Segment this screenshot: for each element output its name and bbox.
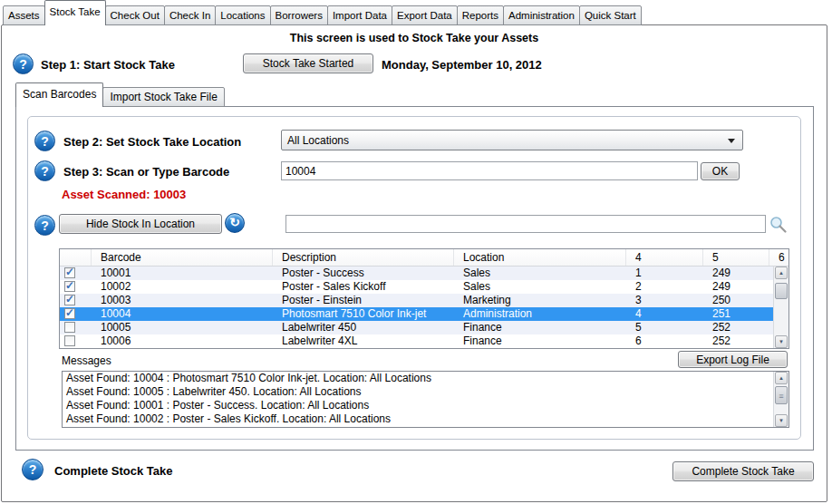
search-icon[interactable]: [769, 215, 788, 235]
cell-location: Marketing: [454, 294, 626, 307]
cell-description: Photosmart 7510 Color Ink-jet: [273, 307, 454, 321]
cell-col4: 3: [626, 294, 703, 307]
cell-location: Administration: [454, 307, 626, 321]
table-row[interactable]: 10002 Poster - Sales Kickoff Sales 2 249: [60, 280, 788, 294]
help-icon-complete[interactable]: ?: [22, 459, 44, 480]
tab-check-out[interactable]: Check Out: [105, 5, 165, 25]
scroll-up-icon[interactable]: ▲: [775, 267, 788, 279]
header-description[interactable]: Description: [273, 249, 454, 266]
tab-check-in[interactable]: Check In: [164, 5, 216, 25]
row-checkbox[interactable]: [64, 308, 75, 319]
tab-administration[interactable]: Administration: [503, 5, 580, 25]
cell-col5: 251: [703, 307, 769, 321]
header-col4[interactable]: 4: [626, 249, 703, 266]
step1-label: Step 1: Start Stock Take: [41, 58, 175, 72]
cell-col4: 2: [626, 280, 703, 294]
tab-import-stock-take-file[interactable]: Import Stock Take File: [102, 87, 225, 107]
table-row[interactable]: 10001 Poster - Success Sales 1 249: [60, 267, 788, 280]
help-icon-step2[interactable]: ?: [34, 131, 55, 151]
cell-col5: 252: [703, 334, 769, 348]
chevron-down-icon: [728, 139, 735, 143]
cell-location: Sales: [454, 280, 626, 294]
cell-barcode: 10002: [92, 280, 273, 294]
row-checkbox[interactable]: [64, 267, 75, 278]
cell-description: Poster - Einstein: [273, 294, 454, 307]
stock-take-date: Monday, September 10, 2012: [382, 58, 542, 72]
help-icon-step1[interactable]: ?: [13, 53, 34, 74]
sub-tab-bar: Scan Barcodes Import Stock Take File: [15, 82, 225, 107]
location-dropdown[interactable]: All Locations: [281, 130, 743, 150]
tab-import-data[interactable]: Import Data: [327, 5, 392, 25]
cell-col5: 250: [703, 294, 769, 307]
tab-export-data[interactable]: Export Data: [392, 5, 458, 25]
cell-description: Labelwriter 450: [273, 321, 454, 334]
tab-reports[interactable]: Reports: [457, 5, 504, 25]
stock-take-page: This screen is used to Stock Take your A…: [1, 24, 827, 502]
step2-label: Step 2: Set Stock Take Location: [63, 135, 241, 149]
cell-barcode: 10006: [92, 334, 273, 348]
refresh-icon[interactable]: ↻: [225, 213, 245, 233]
search-input[interactable]: [285, 215, 766, 233]
cell-col4: 6: [626, 334, 703, 348]
help-icon-step3[interactable]: ?: [34, 160, 55, 181]
row-checkbox[interactable]: [64, 335, 75, 346]
cell-col4: 5: [626, 321, 703, 334]
ok-button[interactable]: OK: [701, 162, 740, 180]
messages-scrollbar[interactable]: ▲ ≡ ▼: [773, 372, 788, 427]
cell-col5: 252: [703, 321, 769, 334]
complete-stock-take-label: Complete Stock Take: [54, 464, 173, 478]
help-icon-stock-list[interactable]: ?: [34, 215, 55, 236]
row-checkbox[interactable]: [64, 322, 75, 333]
scan-barcodes-page: ? Step 2: Set Stock Take Location All Lo…: [15, 106, 814, 451]
tab-stock-take[interactable]: Stock Take: [44, 0, 106, 25]
table-row[interactable]: 10006 Labelwriter 4XL Finance 6 252: [60, 334, 788, 348]
cell-col4: 4: [626, 307, 703, 321]
messages-listbox[interactable]: Asset Found: 10004 : Photosmart 7510 Col…: [62, 371, 789, 428]
scrollbar-thumb[interactable]: ≡: [775, 386, 788, 404]
scrollbar-thumb[interactable]: [775, 283, 788, 299]
asset-scanned-status: Asset Scanned: 10003: [62, 188, 186, 201]
tab-locations[interactable]: Locations: [215, 5, 270, 25]
cell-location: Sales: [454, 267, 626, 280]
message-line: Asset Found: 10002 : Poster - Sales Kick…: [63, 412, 788, 426]
complete-stock-take-button[interactable]: Complete Stock Take: [672, 461, 814, 481]
tab-assets[interactable]: Assets: [3, 5, 45, 25]
header-barcode[interactable]: Barcode: [92, 249, 273, 266]
asset-table-header[interactable]: Barcode Description Location 4 5 6: [60, 249, 788, 267]
scroll-down-icon[interactable]: ▼: [775, 335, 788, 348]
header-col5[interactable]: 5: [703, 249, 769, 266]
row-checkbox[interactable]: [64, 295, 75, 305]
export-log-file-button[interactable]: Export Log File: [678, 351, 788, 368]
header-location[interactable]: Location: [454, 249, 626, 266]
hide-stock-in-location-button[interactable]: Hide Stock In Location: [59, 214, 222, 234]
cell-col5: 249: [703, 267, 769, 280]
cell-barcode: 10005: [92, 321, 273, 334]
cell-barcode: 10001: [92, 267, 273, 280]
table-row-selected[interactable]: 10004 Photosmart 7510 Color Ink-jet Admi…: [60, 307, 788, 321]
table-scrollbar[interactable]: ▲ ▼: [773, 267, 788, 348]
scan-barcodes-groupbox: ? Step 2: Set Stock Take Location All Lo…: [27, 116, 801, 440]
message-line: Asset Found: 10005 : Labelwriter 450. Lo…: [63, 385, 788, 399]
scroll-up-icon[interactable]: ▲: [775, 372, 788, 384]
scroll-down-icon[interactable]: ▼: [775, 414, 788, 427]
header-col6[interactable]: 6: [769, 249, 788, 266]
cell-location: Finance: [454, 334, 626, 348]
header-checkbox-column[interactable]: [60, 249, 92, 266]
table-row[interactable]: 10005 Labelwriter 450 Finance 5 252: [60, 321, 788, 334]
cell-description: Poster - Success: [273, 267, 454, 280]
tab-borrowers[interactable]: Borrowers: [270, 5, 328, 25]
screen-instruction: This screen is used to Stock Take your A…: [2, 32, 827, 44]
message-line: Asset Found: 10004 : Photosmart 7510 Col…: [63, 372, 788, 385]
tab-quick-start[interactable]: Quick Start: [579, 5, 642, 25]
asset-table: Barcode Description Location 4 5 6 10001…: [59, 248, 789, 349]
stock-take-started-button[interactable]: Stock Take Started: [243, 53, 373, 73]
cell-barcode: 10004: [92, 307, 273, 321]
tab-scan-barcodes[interactable]: Scan Barcodes: [15, 82, 103, 107]
main-tab-bar: Assets Stock Take Check Out Check In Loc…: [3, 0, 642, 25]
message-line: Asset Found: 10001 : Poster - Success. L…: [63, 399, 788, 412]
row-checkbox[interactable]: [64, 281, 75, 292]
messages-label: Messages: [62, 354, 111, 367]
cell-description: Labelwriter 4XL: [273, 334, 454, 348]
barcode-input[interactable]: [281, 161, 698, 180]
table-row[interactable]: 10003 Poster - Einstein Marketing 3 250: [60, 294, 788, 307]
